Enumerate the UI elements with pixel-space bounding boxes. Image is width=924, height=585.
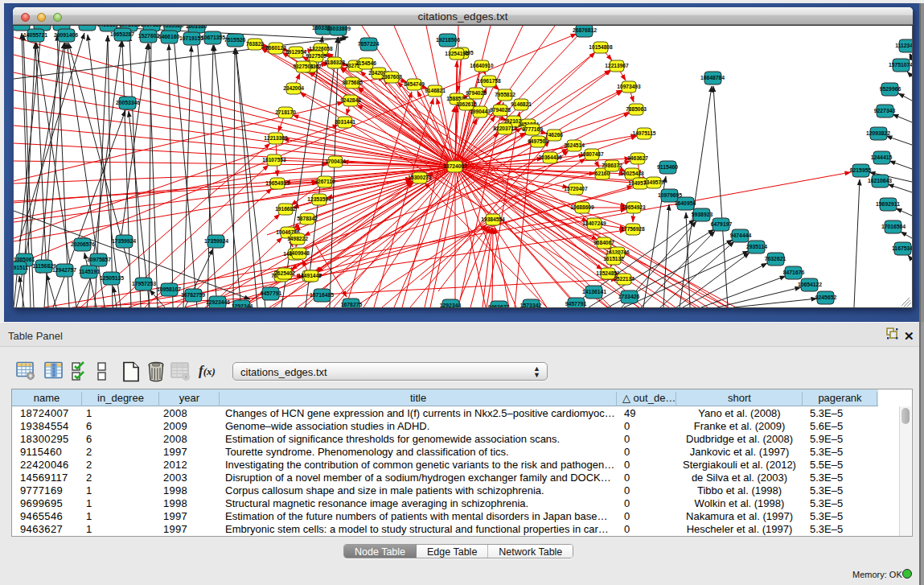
svg-text:1292344: 1292344 <box>440 303 462 307</box>
svg-text:16210643: 16210643 <box>868 178 892 183</box>
svg-text:746266: 746266 <box>545 132 563 138</box>
svg-text:7885063: 7885063 <box>626 106 647 112</box>
svg-text:10653287: 10653287 <box>110 31 134 37</box>
svg-text:763822: 763822 <box>246 41 264 47</box>
svg-text:9327501: 9327501 <box>293 64 314 69</box>
svg-text:17016504: 17016504 <box>881 224 906 229</box>
svg-text:9777169: 9777169 <box>522 126 543 132</box>
svg-text:20364436: 20364436 <box>538 154 562 160</box>
svg-text:16107553: 16107553 <box>262 157 286 163</box>
svg-text:2367608: 2367608 <box>381 74 402 80</box>
svg-text:9245652: 9245652 <box>815 295 837 300</box>
svg-text:1700434: 1700434 <box>325 159 346 164</box>
svg-text:9463627: 9463627 <box>488 304 510 307</box>
svg-text:1405572: 1405572 <box>14 26 32 27</box>
svg-text:10688609: 10688609 <box>570 204 594 210</box>
svg-text:9146821: 9146821 <box>425 88 446 93</box>
svg-text:13254195: 13254195 <box>445 51 469 56</box>
svg-text:9227343: 9227343 <box>874 108 896 113</box>
svg-text:10973493: 10973493 <box>617 84 641 89</box>
svg-text:2522134: 2522134 <box>614 276 634 282</box>
svg-text:15300273: 15300273 <box>408 175 432 180</box>
svg-text:3875685: 3875685 <box>342 80 363 85</box>
svg-text:7515526: 7515526 <box>224 37 246 43</box>
svg-text:1292344: 1292344 <box>232 303 253 307</box>
svg-text:1167534: 1167534 <box>892 245 912 251</box>
svg-text:16782759: 16782759 <box>181 292 205 298</box>
svg-text:1409948: 1409948 <box>289 250 310 256</box>
svg-text:1391511: 1391511 <box>14 265 28 270</box>
svg-text:10671355: 10671355 <box>201 35 225 40</box>
svg-text:10807487: 10807487 <box>580 151 604 157</box>
svg-text:17359924: 17359924 <box>112 238 136 244</box>
svg-text:14136141: 14136141 <box>582 289 606 295</box>
svg-text:1362615: 1362615 <box>456 101 477 107</box>
svg-text:1145191: 1145191 <box>79 269 100 274</box>
svg-text:19218506: 19218506 <box>436 37 460 43</box>
svg-text:9794028: 9794028 <box>490 107 511 113</box>
svg-text:19654923: 19654923 <box>622 204 646 210</box>
svg-text:10654122: 10654122 <box>798 282 822 287</box>
svg-text:20091406: 20091406 <box>54 32 78 38</box>
svg-text:7955812: 7955812 <box>495 92 515 97</box>
svg-text:19654933: 19654933 <box>265 180 290 186</box>
svg-text:12213967: 12213967 <box>605 63 629 68</box>
svg-text:1071915: 1071915 <box>119 26 141 27</box>
svg-text:16961758: 16961758 <box>477 78 501 84</box>
svg-text:6479197: 6479197 <box>711 221 733 227</box>
svg-text:1733426: 1733426 <box>618 294 640 299</box>
svg-text:1065328: 1065328 <box>51 26 72 27</box>
svg-text:12093822: 12093822 <box>866 130 890 136</box>
svg-text:1527602: 1527602 <box>76 26 98 27</box>
svg-text:7632621: 7632621 <box>765 256 786 262</box>
svg-text:16648784: 16648784 <box>700 75 725 80</box>
svg-text:8215955: 8215955 <box>850 167 872 173</box>
svg-text:7857224: 7857224 <box>358 41 380 47</box>
svg-text:15716485: 15716485 <box>310 292 334 298</box>
svg-text:8186328: 8186328 <box>324 60 345 65</box>
svg-text:1244415: 1244415 <box>871 154 893 160</box>
svg-text:9457791: 9457791 <box>261 290 282 296</box>
svg-text:19384554: 19384554 <box>481 216 505 222</box>
svg-text:10979695: 10979695 <box>658 192 682 198</box>
svg-text:9146821: 9146821 <box>511 101 532 107</box>
svg-text:2718170: 2718170 <box>275 109 296 115</box>
svg-text:2009140: 2009140 <box>31 26 53 27</box>
svg-text:9463627: 9463627 <box>627 155 648 161</box>
svg-text:17756928: 17756928 <box>621 226 645 232</box>
svg-text:20053346: 20053346 <box>116 100 140 105</box>
svg-text:1916682: 1916682 <box>275 206 296 212</box>
svg-text:1527602: 1527602 <box>138 33 160 39</box>
svg-text:20206576: 20206576 <box>71 241 95 247</box>
svg-text:1498222: 1498222 <box>287 236 308 241</box>
svg-text:1573342: 1573342 <box>520 303 542 307</box>
svg-text:10025438: 10025438 <box>620 171 644 176</box>
svg-text:8660123: 8660123 <box>265 45 286 51</box>
svg-text:16640910: 16640910 <box>470 63 494 68</box>
svg-text:26876812: 26876812 <box>573 27 597 33</box>
svg-text:14975115: 14975115 <box>633 130 656 136</box>
svg-text:6497508: 6497508 <box>528 138 548 144</box>
svg-text:6466160: 6466160 <box>158 34 180 39</box>
svg-text:9457791: 9457791 <box>565 301 587 307</box>
svg-text:15692911: 15692911 <box>876 201 900 207</box>
svg-text:2935114: 2935114 <box>746 244 767 249</box>
svg-text:9115460: 9115460 <box>657 164 678 170</box>
svg-text:7625402: 7625402 <box>274 270 295 276</box>
svg-text:10719155: 10719155 <box>179 35 203 41</box>
svg-text:1640954: 1640954 <box>675 200 696 206</box>
svg-text:18724007: 18724007 <box>443 163 467 169</box>
svg-text:5938923: 5938923 <box>692 212 713 217</box>
svg-text:1491447: 1491447 <box>301 273 322 278</box>
svg-text:1349579: 1349579 <box>643 179 664 185</box>
svg-text:8031441: 8031441 <box>335 119 355 125</box>
svg-text:9684067: 9684067 <box>593 240 614 245</box>
svg-text:8471676: 8471676 <box>783 270 805 275</box>
svg-text:12353594: 12353594 <box>307 196 331 202</box>
svg-text:8454749: 8454749 <box>404 81 425 87</box>
svg-text:9242848: 9242848 <box>340 97 361 103</box>
svg-text:11123456: 11123456 <box>895 43 912 48</box>
svg-text:15751074: 15751074 <box>889 62 912 68</box>
svg-text:1990443: 1990443 <box>470 109 491 114</box>
svg-text:9794028: 9794028 <box>466 90 487 96</box>
